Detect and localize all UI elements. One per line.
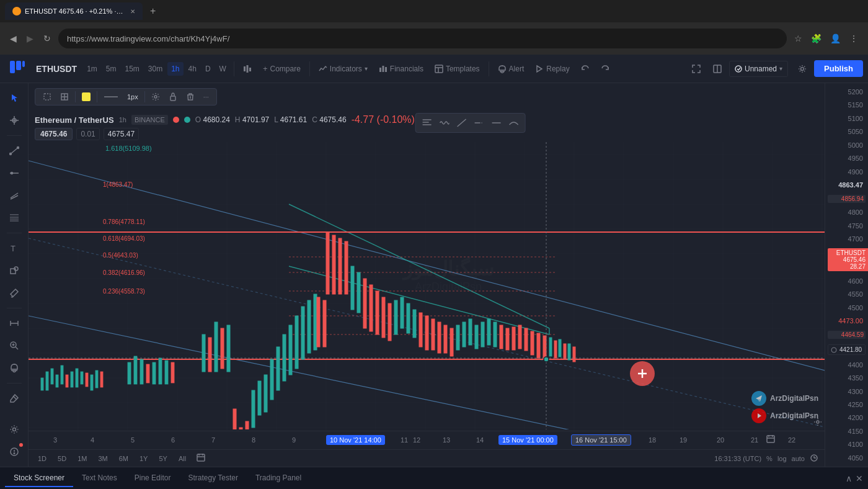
sidebar-alert-tool[interactable] (4, 358, 24, 378)
tf-30m[interactable]: 30m (144, 62, 166, 76)
tab-pine-editor[interactable]: Pine Editor (126, 470, 180, 487)
tf-d[interactable]: D (202, 62, 215, 76)
bookmark-icon[interactable]: ☆ (792, 31, 805, 46)
tab-strategy-tester[interactable]: Strategy Tester (179, 470, 246, 487)
color-picker[interactable] (79, 91, 93, 102)
profile-icon[interactable]: 👤 (828, 31, 843, 46)
svg-rect-184 (554, 341, 557, 358)
sidebar-crosshair-tool[interactable] (4, 110, 24, 130)
new-tab-button[interactable]: + (145, 4, 161, 18)
tab-close-button[interactable]: ✕ (130, 8, 135, 15)
price-4100: 4100 (828, 441, 866, 448)
line-width[interactable]: 1px (125, 92, 141, 102)
tab-text-notes[interactable]: Text Notes (73, 470, 126, 487)
svg-point-22 (17, 147, 19, 149)
templates-button[interactable]: Templates (430, 61, 485, 76)
svg-rect-52 (170, 96, 175, 101)
sidebar-notifications[interactable] (4, 442, 24, 462)
indicators-button[interactable]: Indicators ▾ (314, 61, 373, 76)
curve-tool[interactable] (507, 115, 521, 130)
close-panel-button[interactable]: ✕ (856, 473, 863, 483)
sidebar-trend-line-tool[interactable] (4, 141, 24, 161)
reset-scale-button[interactable] (810, 454, 818, 464)
chart-layout-button[interactable] (708, 61, 727, 76)
sidebar-measure-tool[interactable] (4, 313, 24, 333)
back-button[interactable]: ◀ (7, 31, 19, 46)
sidebar-settings-tool[interactable] (4, 419, 24, 439)
reload-button[interactable]: ↻ (41, 31, 53, 46)
add-crosshair-button[interactable] (630, 361, 655, 386)
auto-button[interactable]: auto (792, 455, 805, 462)
symbol-selector[interactable]: ETHUSDT (31, 64, 82, 74)
tool-settings[interactable] (149, 91, 162, 102)
log-button[interactable]: log (777, 455, 787, 462)
more-tool[interactable]: ··· (201, 92, 211, 102)
tab-stock-screener[interactable]: Stock Screener (5, 470, 73, 487)
sidebar-horizontal-line-tool[interactable] (4, 163, 24, 183)
period-5d[interactable]: 5D (55, 454, 69, 464)
horizontal-tool[interactable] (489, 115, 504, 130)
period-all[interactable]: All (175, 454, 189, 464)
period-1d[interactable]: 1D (35, 454, 50, 464)
undo-button[interactable] (576, 61, 595, 76)
wave-tool[interactable] (437, 115, 452, 130)
browser-menu-icon[interactable]: ⋮ (847, 31, 861, 46)
delete-tool[interactable] (184, 91, 197, 102)
sidebar-zoom-tool[interactable] (4, 336, 24, 356)
sidebar-text-tool[interactable]: T (4, 238, 24, 258)
percent-indicator: % (766, 455, 773, 462)
period-3m[interactable]: 3M (95, 454, 110, 464)
price-4200: 4200 (828, 414, 866, 421)
sidebar-fib-tool[interactable] (4, 208, 24, 228)
period-1y[interactable]: 1Y (136, 454, 151, 464)
tf-5m[interactable]: 5m (102, 62, 120, 76)
svg-rect-117 (134, 356, 137, 384)
sidebar-shapes-tool[interactable] (4, 261, 24, 280)
period-1m[interactable]: 1M (74, 454, 90, 464)
tab-trading-panel[interactable]: Trading Panel (247, 470, 310, 487)
tf-1m[interactable]: 1m (83, 62, 101, 76)
extensions-icon[interactable]: 🧩 (808, 31, 824, 46)
chart-settings-button[interactable] (793, 61, 812, 76)
period-5y[interactable]: 5Y (156, 454, 170, 464)
chart-type-button[interactable] (238, 61, 257, 76)
align-left-tool[interactable] (420, 115, 435, 130)
line-style[interactable] (101, 91, 121, 102)
timescale-calendar-icon[interactable] (766, 434, 775, 446)
svg-rect-169 (475, 325, 478, 349)
tv-logo[interactable] (5, 61, 30, 76)
replay-button[interactable]: Replay (530, 61, 574, 76)
redo-button[interactable] (596, 61, 614, 76)
tf-4h[interactable]: 4h (185, 62, 200, 76)
diagonal-tool[interactable] (454, 115, 469, 130)
lock-tool[interactable] (166, 91, 180, 102)
svg-rect-110 (81, 372, 83, 384)
time-label-5: 5 (131, 436, 135, 444)
active-tab[interactable]: ETHUSDT 4675.46 · +0.21% · 1h · BINANCE … (5, 2, 143, 20)
sidebar-channel-tool[interactable] (4, 186, 24, 205)
compare-button[interactable]: + Compare (258, 61, 306, 76)
sidebar-cursor-tool[interactable] (4, 88, 24, 108)
alert-button[interactable]: Alert (493, 61, 529, 76)
publish-button[interactable]: Publish (814, 60, 863, 77)
unnamed-button[interactable]: Unnamed ▾ (729, 61, 788, 77)
extend-tool[interactable] (472, 115, 487, 130)
chart-area[interactable]: 1px ··· (29, 83, 868, 467)
svg-point-21 (9, 153, 11, 155)
svg-rect-9 (435, 65, 443, 73)
sidebar-brush-tool[interactable] (4, 283, 24, 303)
address-input[interactable] (58, 29, 787, 48)
tf-15m[interactable]: 15m (121, 62, 143, 76)
fullscreen-button[interactable] (687, 61, 706, 76)
select-tool[interactable] (40, 91, 54, 102)
financials-button[interactable]: Financials (374, 61, 428, 76)
period-6m[interactable]: 6M (116, 454, 131, 464)
forward-button[interactable]: ▶ (24, 31, 36, 46)
collapse-panel-button[interactable]: ∧ (846, 473, 852, 483)
tf-1h[interactable]: 1h (167, 62, 183, 76)
grid-tool[interactable] (58, 91, 71, 102)
sidebar-eraser-tool[interactable] (4, 388, 24, 408)
period-calendar-icon[interactable] (197, 453, 205, 464)
tf-w[interactable]: W (216, 62, 230, 76)
svg-rect-132 (252, 390, 255, 428)
